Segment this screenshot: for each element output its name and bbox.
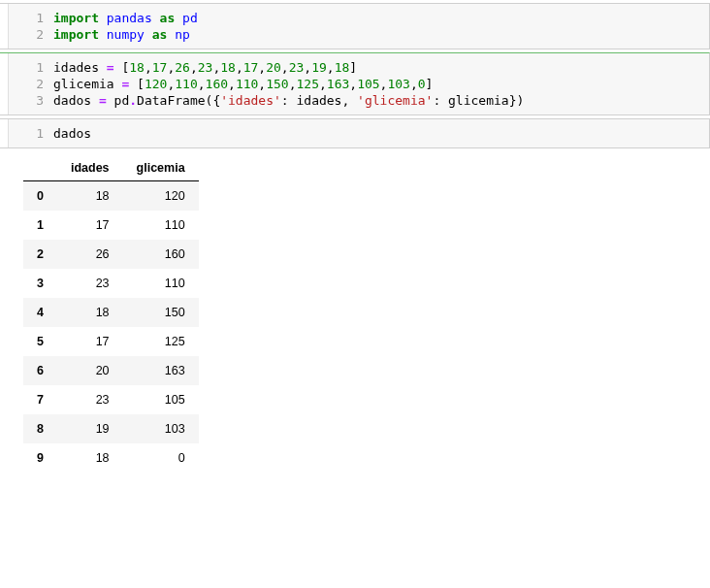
cell-glicemia: 163	[123, 356, 199, 385]
line-number: 2	[9, 26, 53, 43]
line-number: 1	[9, 59, 53, 76]
line-number: 1	[9, 125, 53, 142]
table-row: 517125	[23, 327, 199, 356]
row-index: 0	[23, 181, 57, 212]
row-index: 2	[23, 240, 57, 269]
table-row: 323110	[23, 269, 199, 298]
cell-glicemia: 120	[123, 181, 199, 212]
table-header: idades	[57, 155, 123, 181]
table-row: 9180	[23, 443, 199, 473]
line-number: 2	[9, 76, 53, 92]
cell-idades: 17	[57, 211, 123, 240]
row-index: 8	[23, 414, 57, 443]
cell-glicemia: 160	[123, 240, 199, 269]
code-line[interactable]: glicemia = [120,110,160,110,150,125,163,…	[53, 76, 709, 92]
code-cell[interactable]: 1import pandas as pd2import numpy as np	[0, 3, 710, 49]
table-header-row: idades glicemia	[23, 155, 199, 181]
table-header	[23, 155, 57, 181]
code-cell[interactable]: 1dados	[0, 118, 710, 148]
row-index: 9	[23, 443, 57, 473]
table-body: 0181201171102261603231104181505171256201…	[23, 181, 199, 474]
table-row: 117110	[23, 211, 199, 240]
cell-idades: 18	[57, 298, 123, 327]
table-row: 418150	[23, 298, 199, 327]
code-line[interactable]: import numpy as np	[53, 26, 709, 43]
code-line[interactable]: dados = pd.DataFrame({'idades': idades, …	[53, 92, 709, 109]
cell-idades: 20	[57, 356, 123, 385]
row-index: 1	[23, 211, 57, 240]
code-line[interactable]: dados	[53, 125, 709, 142]
table-row: 620163	[23, 356, 199, 385]
cell-idades: 17	[57, 327, 123, 356]
line-number: 1	[9, 10, 53, 26]
in-prompt	[0, 53, 8, 114]
code-editor[interactable]: 1dados	[8, 119, 709, 147]
code-line[interactable]: import pandas as pd	[53, 10, 709, 26]
cell-glicemia: 103	[123, 414, 199, 443]
code-line[interactable]: idades = [18,17,26,23,18,17,20,23,19,18]	[53, 59, 709, 76]
in-prompt	[0, 4, 8, 49]
table-row: 723105	[23, 385, 199, 414]
row-index: 3	[23, 269, 57, 298]
cell-idades: 18	[57, 443, 123, 473]
cell-idades: 18	[57, 181, 123, 212]
cell-glicemia: 125	[123, 327, 199, 356]
cell-idades: 23	[57, 269, 123, 298]
row-index: 7	[23, 385, 57, 414]
table-row: 018120	[23, 181, 199, 212]
cell-idades: 19	[57, 414, 123, 443]
code-editor[interactable]: 1import pandas as pd2import numpy as np	[8, 4, 709, 49]
line-number: 3	[9, 92, 53, 109]
cell-glicemia: 110	[123, 269, 199, 298]
cell-idades: 26	[57, 240, 123, 269]
cell-glicemia: 105	[123, 385, 199, 414]
cell-glicemia: 150	[123, 298, 199, 327]
cell-idades: 23	[57, 385, 123, 414]
row-index: 5	[23, 327, 57, 356]
table-row: 226160	[23, 240, 199, 269]
table-row: 819103	[23, 414, 199, 443]
row-index: 6	[23, 356, 57, 385]
cell-glicemia: 110	[123, 211, 199, 240]
output-area: idades glicemia 018120117110226160323110…	[0, 151, 710, 476]
code-editor[interactable]: 1idades = [18,17,26,23,18,17,20,23,19,18…	[8, 53, 709, 114]
code-cell[interactable]: 1idades = [18,17,26,23,18,17,20,23,19,18…	[0, 52, 710, 115]
out-prompt	[0, 151, 8, 476]
in-prompt	[0, 119, 8, 147]
table-header: glicemia	[123, 155, 199, 181]
dataframe-table: idades glicemia 018120117110226160323110…	[23, 155, 199, 473]
cell-glicemia: 0	[123, 443, 199, 473]
row-index: 4	[23, 298, 57, 327]
